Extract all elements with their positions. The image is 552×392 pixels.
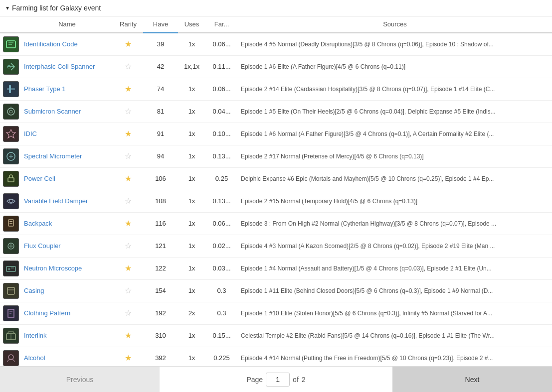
item-icon-cell xyxy=(0,190,21,212)
item-link[interactable]: Identification Code xyxy=(24,40,78,48)
item-link[interactable]: Power Cell xyxy=(24,175,55,182)
item-link[interactable]: Alcohol xyxy=(24,354,45,362)
item-icon xyxy=(3,126,19,142)
svg-marker-9 xyxy=(6,130,15,138)
item-sources-cell: Episode 4 #5 Normal (Deadly Disruptions)… xyxy=(238,33,552,56)
item-far-cell: 0.3 xyxy=(205,279,238,302)
item-have-cell: 116 xyxy=(143,212,178,235)
item-far-cell: 0.13... xyxy=(205,145,238,167)
item-link[interactable]: Phaser Type 1 xyxy=(24,85,66,93)
item-name-cell: Clothing Pattern xyxy=(21,302,113,324)
col-header-uses: Uses xyxy=(178,16,205,33)
item-icon xyxy=(3,328,19,344)
item-have-cell: 310 xyxy=(143,324,178,347)
item-sources-cell: Episode 1 #6 Elite (A Father Figure)[4/5… xyxy=(238,55,552,78)
item-sources-cell: Episode 2 #17 Normal (Pretense of Mercy)… xyxy=(238,145,552,167)
item-icon-cell xyxy=(0,324,21,347)
item-link[interactable]: Casing xyxy=(24,287,44,294)
item-link[interactable]: Submicron Scanner xyxy=(24,108,81,115)
svg-rect-16 xyxy=(9,221,12,222)
item-rarity-cell: ☆ xyxy=(113,302,143,324)
next-button[interactable]: Next xyxy=(392,367,552,392)
item-icon xyxy=(3,36,19,52)
svg-rect-22 xyxy=(7,287,14,294)
col-header-sources: Sources xyxy=(238,16,552,33)
total-pages: 2 xyxy=(302,376,306,384)
item-sources-cell: Episode 1 #6 Normal (A Father Figure)[3/… xyxy=(238,123,552,145)
item-far-cell: 0.06... xyxy=(205,212,238,235)
table-row: Clothing Pattern ☆ 192 2x 0.3 Episode 1 … xyxy=(0,302,552,324)
item-rarity-cell: ★ xyxy=(113,257,143,279)
item-icon-cell xyxy=(0,167,21,190)
svg-point-20 xyxy=(8,268,10,270)
rarity-star-filled: ★ xyxy=(125,130,132,138)
page-input[interactable] xyxy=(266,373,290,387)
item-sources-cell: Episode 1 #4 Normal (Assault and Battery… xyxy=(238,257,552,279)
item-sources-cell: Episode 4 #3 Normal (A Kazon Scorned)[2/… xyxy=(238,235,552,257)
item-have-cell: 154 xyxy=(143,279,178,302)
page-header: ▾ Farming list for Galaxy event xyxy=(0,0,552,16)
item-sources-cell: Episode 3 : From On High #2 Normal (Cyth… xyxy=(238,212,552,235)
col-header-icon xyxy=(0,16,21,33)
item-icon xyxy=(3,305,19,321)
item-link[interactable]: Spectral Micrometer xyxy=(24,152,82,160)
item-have-cell: 42 xyxy=(143,55,178,78)
item-uses-cell: 1x xyxy=(178,123,205,145)
col-header-name: Name xyxy=(21,16,113,33)
item-link[interactable]: Backpack xyxy=(24,220,52,227)
item-have-cell: 91 xyxy=(143,123,178,145)
item-far-cell: 0.06... xyxy=(205,78,238,100)
item-link[interactable]: Neutron Microscope xyxy=(24,264,82,272)
item-icon-cell xyxy=(0,212,21,235)
item-icon-cell xyxy=(0,123,21,145)
item-far-cell: 0.3 xyxy=(205,302,238,324)
item-icon xyxy=(3,261,19,276)
item-have-cell: 122 xyxy=(143,257,178,279)
item-link[interactable]: Flux Coupler xyxy=(24,242,61,250)
item-link[interactable]: Interlink xyxy=(24,332,47,339)
item-icon xyxy=(3,81,19,97)
page-label: Page xyxy=(246,376,263,384)
table-container: Name Rarity Have Uses Far... Sources Ide… xyxy=(0,16,552,366)
item-have-cell: 108 xyxy=(143,190,178,212)
item-link[interactable]: IDIC xyxy=(24,130,37,137)
item-sources-cell: Episode 2 #15 Normal (Temporary Hold)[4/… xyxy=(238,190,552,212)
item-far-cell: 0.225 xyxy=(205,347,238,366)
item-icon xyxy=(3,193,19,209)
item-rarity-cell: ★ xyxy=(113,123,143,145)
item-uses-cell: 1x xyxy=(178,100,205,123)
item-uses-cell: 1x xyxy=(178,145,205,167)
item-have-cell: 81 xyxy=(143,100,178,123)
item-rarity-cell: ☆ xyxy=(113,55,143,78)
item-sources-cell: Episode 1 #11 Elite (Behind Closed Doors… xyxy=(238,279,552,302)
item-have-cell: 39 xyxy=(143,33,178,56)
rarity-star-empty: ☆ xyxy=(125,242,132,250)
rarity-star-empty: ☆ xyxy=(125,309,132,317)
table-row: Identification Code ★ 39 1x 0.06... Epis… xyxy=(0,33,552,56)
item-far-cell: 0.10... xyxy=(205,123,238,145)
item-icon xyxy=(3,283,19,299)
item-name-cell: Identification Code xyxy=(21,33,113,56)
item-link[interactable]: Interphasic Coil Spanner xyxy=(24,63,95,70)
rarity-star-filled: ★ xyxy=(125,174,132,183)
item-name-cell: Flux Coupler xyxy=(21,235,113,257)
rarity-star-empty: ☆ xyxy=(125,286,132,295)
item-name-cell: Spectral Micrometer xyxy=(21,145,113,167)
collapse-icon[interactable]: ▾ xyxy=(6,4,9,11)
table-row: Spectral Micrometer ☆ 94 1x 0.13... Epis… xyxy=(0,145,552,167)
previous-button[interactable]: Previous xyxy=(0,367,160,392)
item-link[interactable]: Variable Field Damper xyxy=(24,197,88,205)
item-link[interactable]: Clothing Pattern xyxy=(24,309,70,317)
svg-rect-15 xyxy=(8,220,13,226)
item-uses-cell: 1x xyxy=(178,279,205,302)
item-uses-cell: 1x xyxy=(178,33,205,56)
item-uses-cell: 1x xyxy=(178,324,205,347)
rarity-star-filled: ★ xyxy=(125,40,132,48)
item-sources-cell: Episode 2 #14 Elite (Cardassian Hospital… xyxy=(238,78,552,100)
item-uses-cell: 1x xyxy=(178,78,205,100)
col-header-rarity: Rarity xyxy=(113,16,143,33)
item-sources-cell: Delphic Expanse #6 Epic (Mortals and May… xyxy=(238,167,552,190)
rarity-star-empty: ☆ xyxy=(125,107,132,116)
table-row: Interlink ★ 310 1x 0.15... Celestial Tem… xyxy=(0,324,552,347)
item-name-cell: Power Cell xyxy=(21,167,113,190)
